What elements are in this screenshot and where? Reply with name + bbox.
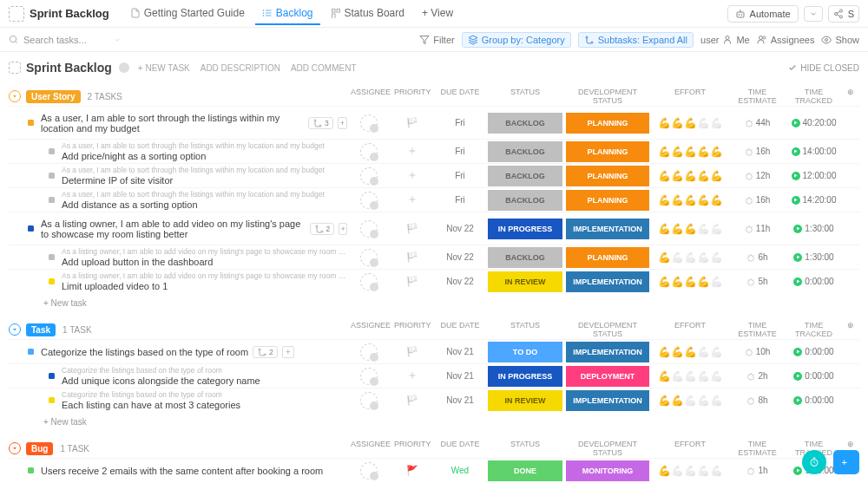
- time-tracked[interactable]: 0:00:00: [786, 277, 842, 286]
- status-badge[interactable]: IN PROGRESS: [488, 366, 562, 387]
- time-estimate[interactable]: 16h: [729, 195, 786, 205]
- status-square[interactable]: [49, 173, 55, 179]
- dev-status-badge[interactable]: DEPLOYMENT: [566, 366, 649, 387]
- filter-button[interactable]: Filter: [419, 35, 454, 45]
- subtask-badge[interactable]: 2: [310, 223, 335, 235]
- status-badge[interactable]: IN REVIEW: [488, 390, 562, 411]
- effort-rating[interactable]: 💪💪💪💪💪: [651, 223, 729, 235]
- due-date[interactable]: Fri: [434, 118, 486, 127]
- subtask-badge[interactable]: 3: [308, 117, 333, 129]
- share-button[interactable]: S: [828, 5, 859, 23]
- priority-empty[interactable]: [407, 170, 418, 182]
- status-square[interactable]: [28, 225, 34, 232]
- dev-status-badge[interactable]: PLANNING: [566, 247, 649, 268]
- task-row[interactable]: As a user, I am able to sort through the…: [9, 187, 859, 212]
- due-date[interactable]: Fri: [434, 147, 486, 156]
- task-row[interactable]: Categorize the listings based on the typ…: [9, 339, 859, 363]
- priority-flag[interactable]: 🏳️: [406, 223, 418, 234]
- task-row[interactable]: As a user, I am able to sort through the…: [9, 163, 859, 187]
- show-button[interactable]: Show: [821, 35, 859, 45]
- time-estimate[interactable]: 12h: [729, 171, 786, 180]
- time-tracked[interactable]: 0:00:00: [786, 395, 842, 405]
- add-view-button[interactable]: + View: [415, 3, 460, 25]
- assignee-avatar[interactable]: [360, 143, 378, 160]
- task-title[interactable]: Categorize the listings based on the typ…: [41, 346, 294, 358]
- priority-flag[interactable]: 🚩: [406, 465, 418, 476]
- time-tracked[interactable]: 12:00:00: [786, 171, 842, 180]
- task-row[interactable]: As a user, I am able to sort through the…: [9, 139, 859, 163]
- dev-status-badge[interactable]: MONITORING: [566, 460, 649, 481]
- priority-flag[interactable]: 🏳️: [406, 251, 418, 263]
- effort-rating[interactable]: 💪💪💪💪💪: [651, 170, 729, 182]
- priority-empty[interactable]: [407, 194, 418, 206]
- add-subtask-button[interactable]: +: [282, 346, 294, 358]
- add-column-button[interactable]: ⊕: [842, 321, 859, 338]
- dev-status-badge[interactable]: IMPLEMENTATION: [566, 390, 649, 411]
- task-title[interactable]: As a user, I am able to sort through the…: [41, 113, 347, 134]
- status-badge[interactable]: BACKLOG: [488, 141, 562, 162]
- task-title[interactable]: Each listing can have at most 3 categori…: [62, 400, 240, 410]
- section-add-desc[interactable]: ADD DESCRIPTION: [201, 63, 280, 73]
- status-square[interactable]: [49, 278, 55, 284]
- effort-rating[interactable]: 💪💪💪💪💪: [651, 346, 729, 358]
- time-estimate[interactable]: 10h: [729, 347, 786, 356]
- tab-backlog[interactable]: Backlog: [255, 3, 320, 25]
- task-row[interactable]: As a listing owner, I am able to add vid…: [9, 212, 859, 245]
- time-estimate[interactable]: 5h: [729, 277, 786, 286]
- group-by-button[interactable]: Group by: Category: [462, 32, 571, 48]
- section-new-task[interactable]: + NEW TASK: [138, 63, 190, 73]
- effort-rating[interactable]: 💪💪💪💪💪: [651, 117, 729, 129]
- assignees-button[interactable]: Assignees: [757, 35, 815, 45]
- due-date[interactable]: Fri: [434, 195, 486, 205]
- status-badge[interactable]: TO DO: [488, 342, 562, 362]
- status-square[interactable]: [49, 197, 55, 203]
- dev-status-badge[interactable]: IMPLEMENTATION: [566, 219, 649, 239]
- dev-status-badge[interactable]: PLANNING: [566, 166, 649, 186]
- assignee-avatar[interactable]: [360, 343, 378, 361]
- task-row[interactable]: As a user, I am able to sort through the…: [9, 106, 859, 139]
- priority-flag[interactable]: 🏳️: [406, 395, 418, 406]
- status-badge[interactable]: BACKLOG: [488, 190, 562, 211]
- time-estimate[interactable]: 1h: [729, 466, 786, 475]
- assignee-avatar[interactable]: [360, 462, 378, 480]
- subtasks-button[interactable]: Subtasks: Expand All: [578, 32, 694, 48]
- priority-empty[interactable]: [407, 146, 418, 158]
- dev-status-badge[interactable]: PLANNING: [566, 141, 649, 162]
- due-date[interactable]: Nov 22: [434, 224, 486, 233]
- assignee-avatar[interactable]: [360, 192, 378, 209]
- effort-rating[interactable]: 💪💪💪💪💪: [651, 395, 729, 407]
- tab-getting-started[interactable]: Getting Started Guide: [123, 3, 252, 25]
- effort-rating[interactable]: 💪💪💪💪💪: [651, 146, 729, 158]
- assignee-avatar[interactable]: [360, 368, 378, 385]
- task-title[interactable]: Determine IP of site visitor: [62, 175, 325, 186]
- task-title[interactable]: As a listing owner, I am able to add vid…: [41, 219, 347, 239]
- effort-rating[interactable]: 💪💪💪💪💪: [651, 251, 729, 264]
- group-tag[interactable]: Bug: [26, 442, 53, 455]
- time-estimate[interactable]: 11h: [729, 224, 786, 233]
- collapse-toggle[interactable]: [9, 90, 21, 102]
- automate-button[interactable]: Automate: [727, 5, 799, 23]
- time-estimate[interactable]: 8h: [729, 395, 786, 405]
- subtask-badge[interactable]: 2: [253, 346, 278, 358]
- dev-status-badge[interactable]: PLANNING: [566, 113, 649, 134]
- due-date[interactable]: Nov 21: [434, 395, 486, 405]
- task-title[interactable]: Users receive 2 emails with the same con…: [41, 466, 323, 476]
- status-badge[interactable]: BACKLOG: [488, 113, 562, 134]
- fab-new-task-button[interactable]: +: [833, 450, 859, 474]
- group-header[interactable]: Task 1 TASK ASSIGNEEPRIORITYDUE DATE STA…: [9, 320, 859, 339]
- task-title[interactable]: Limit uploaded video to 1: [62, 281, 347, 291]
- due-date[interactable]: Nov 21: [434, 371, 486, 381]
- status-square[interactable]: [49, 373, 55, 379]
- time-estimate[interactable]: 44h: [729, 118, 786, 127]
- status-square[interactable]: [28, 120, 34, 126]
- due-date[interactable]: Nov 21: [434, 347, 486, 356]
- task-title[interactable]: Add price/night as a sorting option: [62, 151, 325, 161]
- dev-status-badge[interactable]: IMPLEMENTATION: [566, 342, 649, 362]
- new-task-link[interactable]: + New task: [9, 412, 859, 430]
- dev-status-badge[interactable]: IMPLEMENTATION: [566, 271, 649, 292]
- search-input[interactable]: Search tasks...: [9, 35, 122, 45]
- status-badge[interactable]: IN REVIEW: [488, 271, 562, 292]
- status-badge[interactable]: BACKLOG: [488, 247, 562, 268]
- priority-empty[interactable]: [407, 370, 418, 382]
- assignee-avatar[interactable]: [360, 392, 378, 409]
